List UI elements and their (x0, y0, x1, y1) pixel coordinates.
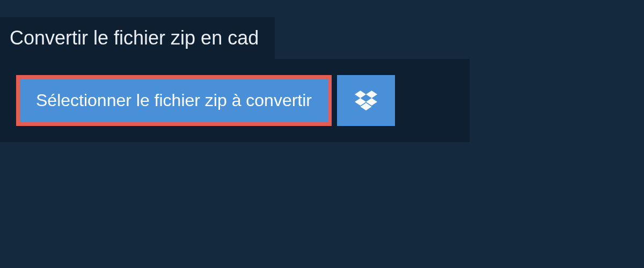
content-panel: Sélectionner le fichier zip à convertir (0, 59, 470, 142)
button-row: Sélectionner le fichier zip à convertir (16, 75, 453, 126)
tab-header: Convertir le fichier zip en cad (0, 17, 275, 59)
tab-title: Convertir le fichier zip en cad (10, 27, 259, 49)
dropbox-icon (355, 91, 377, 111)
dropbox-button[interactable] (337, 75, 395, 126)
select-file-button-label: Sélectionner le fichier zip à convertir (36, 91, 312, 110)
select-file-button[interactable]: Sélectionner le fichier zip à convertir (16, 75, 332, 126)
